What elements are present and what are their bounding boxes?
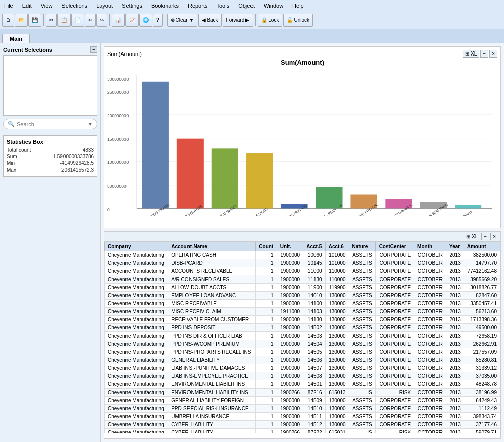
- tabs-bar: Main: [0, 29, 504, 43]
- table-cell: 1: [256, 421, 277, 429]
- open-button[interactable]: 📂: [15, 14, 28, 27]
- table-cell: Cheyenne Manufacturing: [105, 372, 168, 380]
- menu-selections[interactable]: Selections: [59, 2, 89, 10]
- menu-edit[interactable]: Edit: [20, 2, 34, 10]
- menu-tools[interactable]: Tools: [214, 2, 231, 10]
- table-row: Cheyenne ManufacturingDISB-PCARD11900000…: [105, 259, 500, 267]
- clear-button[interactable]: ⊗ Clear ▼: [167, 14, 198, 27]
- table-cell: Cheyenne Manufacturing: [105, 292, 168, 300]
- table-cell: OCTOBER: [414, 275, 446, 284]
- web-button[interactable]: 🌐: [139, 14, 152, 27]
- table-close-button[interactable]: ×: [490, 233, 498, 240]
- table-cell: ASSETS: [349, 364, 375, 372]
- menu-help[interactable]: Help: [290, 2, 306, 10]
- table-cell: 1900000: [277, 275, 303, 284]
- table-cell: 10145: [303, 259, 326, 267]
- table-cell: 14509: [303, 397, 326, 405]
- table-cell: 2013: [446, 389, 464, 397]
- menu-bookmarks[interactable]: Bookmarks: [149, 2, 181, 10]
- save-button[interactable]: 💾: [28, 14, 41, 27]
- table-expand-button[interactable]: ⊞ XL: [464, 233, 480, 240]
- search-container: 🔍 ▼: [3, 119, 97, 129]
- unlock-button[interactable]: 🔓 Unlock: [283, 14, 313, 27]
- chart-main-title: Sum(Amount): [107, 59, 497, 66]
- panel-minimize-button[interactable]: −: [90, 46, 97, 53]
- table-cell: 1: [256, 389, 277, 397]
- table-cell: 1900000: [277, 397, 303, 405]
- menubar: File Edit View Selections Layout Setting…: [0, 0, 504, 11]
- chart1-button[interactable]: 📊: [112, 14, 125, 27]
- chart-close-button[interactable]: ×: [489, 50, 497, 58]
- table-minimize-button[interactable]: −: [481, 233, 489, 240]
- table-cell: PPD INS-W/COMP PREMIUM: [168, 340, 256, 348]
- paste-button[interactable]: 📄: [71, 14, 84, 27]
- table-cell: CORPORATE: [375, 300, 414, 308]
- copy-button[interactable]: 📋: [57, 14, 71, 27]
- bar-10[interactable]: [455, 205, 481, 208]
- back-button[interactable]: ◀ Back: [198, 14, 221, 27]
- table-cell: 2013: [446, 372, 464, 380]
- cut-button[interactable]: ✂: [46, 14, 57, 27]
- table-cell: 2013: [446, 405, 464, 413]
- svg-text:Others: Others: [462, 209, 474, 216]
- table-cell: 1900266: [277, 429, 303, 434]
- menu-object[interactable]: Object: [236, 2, 257, 10]
- svg-text:200000000: 200000000: [107, 113, 129, 118]
- table-cell: ENVIRONMENTAL LIABILIT INS: [168, 380, 256, 389]
- table-cell: IS: [349, 429, 375, 434]
- table-row: Cheyenne ManufacturingGENERAL LIABILITY-…: [105, 397, 500, 405]
- toolbar-group-misc: 📊 📈 🌐 ?: [112, 14, 163, 27]
- undo-button[interactable]: ↩: [85, 14, 96, 27]
- table-cell: OCTOBER: [414, 308, 446, 316]
- chart-expand-button[interactable]: ⊞ XL: [463, 50, 479, 58]
- col-acct6: Acct.6: [325, 242, 349, 251]
- table-cell: CORPORATE: [375, 421, 414, 429]
- table-row: Cheyenne ManufacturingOPERATING CASH1190…: [105, 251, 500, 259]
- search-input[interactable]: [17, 121, 86, 127]
- table-cell: 130000: [325, 324, 349, 332]
- table-cell: ASSETS: [349, 348, 375, 356]
- menu-view[interactable]: View: [39, 2, 55, 10]
- menu-layout[interactable]: Layout: [94, 2, 115, 10]
- help-button[interactable]: ?: [153, 14, 163, 27]
- table-cell: ASSETS: [349, 267, 375, 275]
- chart-minimize-button[interactable]: −: [480, 50, 488, 58]
- table-cell: 2013: [446, 324, 464, 332]
- table-row: Cheyenne ManufacturingPPD-SPECIAL RISK I…: [105, 405, 500, 413]
- table-cell: 14505: [303, 348, 326, 356]
- table-cell: 2013: [446, 429, 464, 434]
- table-cell: 14508: [303, 372, 326, 380]
- table-row: Cheyenne ManufacturingPPD INS DIR & OFFI…: [105, 332, 500, 340]
- menu-settings[interactable]: Settings: [120, 2, 144, 10]
- new-button[interactable]: 🗋: [2, 14, 14, 27]
- table-cell: ASSETS: [349, 405, 375, 413]
- bar-2[interactable]: [177, 139, 204, 209]
- bar-4[interactable]: [246, 153, 273, 209]
- table-cell: 37035.00: [464, 372, 500, 380]
- menu-reports[interactable]: Reports: [186, 2, 210, 10]
- search-icon: 🔍: [8, 121, 15, 127]
- redo-button[interactable]: ↪: [96, 14, 107, 27]
- table-cell: ASSETS: [349, 284, 375, 292]
- table-cell: Cheyenne Manufacturing: [105, 348, 168, 356]
- table-cell: OCTOBER: [414, 267, 446, 275]
- table-row: Cheyenne ManufacturingCYBER LIABILITY119…: [105, 429, 500, 434]
- menu-file[interactable]: File: [2, 2, 15, 10]
- forward-button[interactable]: Forward ▶: [223, 14, 254, 27]
- bar-3[interactable]: [212, 148, 238, 208]
- table-cell: ACCOUNTS RECEIVABLE: [168, 267, 256, 275]
- tab-main[interactable]: Main: [2, 34, 30, 43]
- search-dropdown-icon[interactable]: ▼: [88, 121, 93, 127]
- lock-button[interactable]: 🔒 Lock: [258, 14, 282, 27]
- table-cell: 130000: [325, 340, 349, 348]
- forward-icon: ▶: [245, 17, 249, 23]
- chart2-button[interactable]: 📈: [125, 14, 139, 27]
- table-cell: ASSETS: [349, 372, 375, 380]
- table-cell: 49500.00: [464, 324, 500, 332]
- table-cell: ASSETS: [349, 300, 375, 308]
- menu-window[interactable]: Window: [262, 2, 285, 10]
- bar-1[interactable]: [142, 82, 169, 209]
- table-cell: 14010: [303, 292, 326, 300]
- table-cell: 2013: [446, 308, 464, 316]
- table-cell: 615031: [325, 429, 349, 434]
